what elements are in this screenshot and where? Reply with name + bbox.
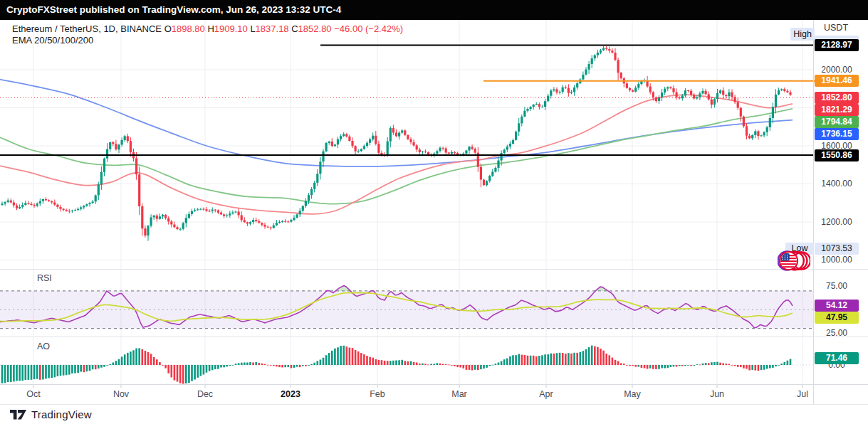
price-pane[interactable]: [0, 46, 816, 241]
candle-body: [664, 89, 666, 93]
ao-bar: [667, 365, 669, 368]
ao-bar: [787, 361, 789, 365]
candle-body: [760, 135, 762, 136]
candle-body: [345, 134, 347, 137]
ao-bar: [416, 363, 418, 366]
ao-bar: [398, 360, 400, 365]
candle-body: [10, 201, 12, 203]
candle-body: [246, 222, 249, 223]
ao-bar: [638, 365, 640, 367]
axis-label-1400.00: 1400.00: [814, 179, 859, 189]
ohlc-value: 1837.18: [256, 23, 289, 34]
candle-body: [778, 90, 780, 95]
candle-body: [290, 220, 292, 222]
ao-bar: [249, 362, 251, 365]
ao-bar: [209, 365, 211, 371]
candle-body: [24, 203, 26, 205]
ohlc-value: 1898.80: [172, 23, 205, 34]
time-label-Oct: Oct: [26, 389, 40, 399]
candle-body: [559, 92, 561, 92]
candle-body: [521, 117, 523, 124]
candle-body: [676, 92, 678, 97]
symbol-header[interactable]: Ethereum / TetherUS, 1D, BINANCE O1898.8…: [12, 23, 403, 34]
ao-bar: [790, 359, 792, 365]
candle-body: [310, 189, 313, 196]
candle-body: [194, 210, 196, 211]
ao-bar: [407, 361, 409, 365]
candle-body: [199, 209, 202, 210]
ao-bar: [45, 365, 47, 378]
tradingview-attribution[interactable]: TradingView: [10, 408, 92, 420]
candle-body: [690, 91, 692, 95]
ao-bar: [308, 365, 310, 366]
ao-bar: [716, 362, 718, 365]
ao-bar: [655, 365, 657, 369]
candle-body: [238, 212, 240, 216]
candle-body: [112, 142, 114, 144]
candle-body: [337, 139, 339, 145]
ao-bar: [784, 362, 786, 365]
ao-bar: [501, 361, 503, 365]
ao-bar: [708, 363, 710, 365]
ao-bar: [118, 359, 120, 365]
candle-body: [436, 151, 438, 154]
time-label-Apr: Apr: [539, 389, 553, 399]
candle-body: [672, 88, 674, 92]
ao-bar: [244, 363, 246, 366]
ao-bar: [664, 365, 666, 369]
price-badge-1821.29: 1821.29: [815, 104, 859, 116]
candle-body: [355, 146, 357, 152]
ao-bar: [530, 356, 532, 365]
candle-body: [162, 215, 164, 216]
candle-body: [173, 225, 175, 228]
price-badge-1794.84: 1794.84: [815, 116, 859, 128]
ao-bar: [217, 365, 219, 369]
candle-body: [731, 92, 733, 97]
ao-bar: [305, 365, 307, 366]
candles: [1, 46, 791, 241]
time-axis[interactable]: [0, 385, 868, 404]
time-label-May: May: [624, 389, 641, 399]
ao-bar: [498, 363, 500, 366]
indicator-legend[interactable]: EMA 20/50/100/200: [12, 35, 93, 46]
rsi-pane[interactable]: [0, 286, 813, 329]
ao-bar: [576, 353, 578, 365]
ao-bar: [156, 359, 158, 365]
ao-bar: [142, 349, 144, 365]
candle-body: [164, 215, 167, 218]
ao-bar: [98, 365, 100, 369]
rsi-badge-47.95: 47.95: [815, 312, 859, 324]
candle-body: [486, 181, 488, 186]
ao-bar: [597, 347, 599, 365]
candle-body: [7, 201, 9, 202]
candle-body: [273, 226, 275, 228]
candle-body: [74, 210, 76, 211]
ohlc-key: L: [248, 23, 256, 34]
ao-pane[interactable]: [0, 346, 813, 384]
ao-bar: [705, 363, 707, 365]
candle-body: [701, 91, 704, 94]
ao-bar: [521, 355, 523, 365]
candle-body: [401, 130, 403, 132]
ao-bar: [235, 364, 237, 365]
candle-body: [550, 90, 552, 95]
ao-bar: [372, 358, 374, 365]
candle-body: [620, 73, 622, 78]
candle-body: [103, 159, 105, 172]
candle-body: [293, 218, 295, 220]
candle-body: [387, 142, 389, 157]
candle-body: [617, 60, 619, 73]
candle-body: [789, 92, 791, 95]
ao-bar: [258, 363, 261, 365]
ao-bar: [518, 354, 520, 365]
ao-bar: [395, 361, 397, 366]
ao-bar: [211, 365, 214, 370]
ao-bar: [535, 356, 538, 365]
ao-bar: [488, 365, 491, 366]
ao-bar: [267, 365, 269, 366]
candle-body: [497, 161, 499, 168]
candle-body: [696, 97, 698, 99]
tradingview-attribution-text: TradingView: [31, 408, 92, 420]
ao-bar: [223, 365, 225, 367]
candle-body: [302, 206, 304, 211]
